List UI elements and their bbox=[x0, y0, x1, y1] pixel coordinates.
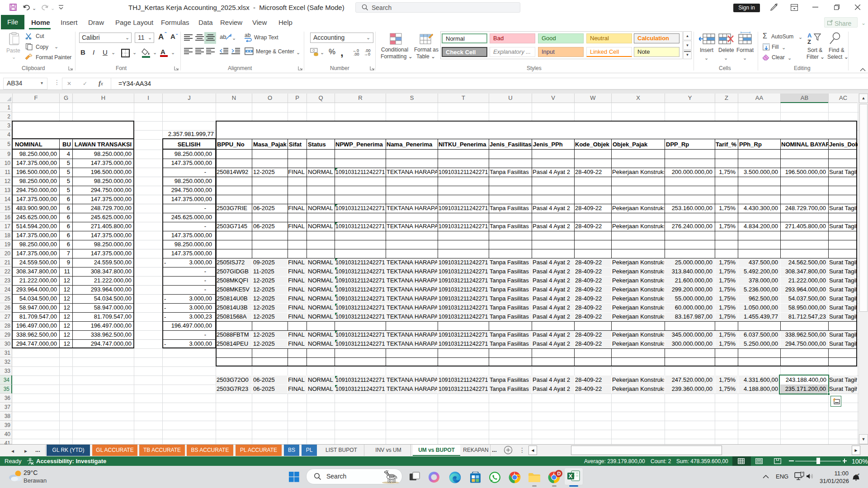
svg-text:z: z bbox=[858, 473, 859, 475]
svg-text:A: A bbox=[807, 33, 812, 39]
svg-text:D: D bbox=[557, 471, 561, 476]
svg-text:→0: →0 bbox=[364, 52, 370, 56]
svg-text:.00: .00 bbox=[354, 52, 359, 56]
svg-text:Z: Z bbox=[807, 38, 811, 45]
svg-text:X: X bbox=[569, 473, 573, 479]
